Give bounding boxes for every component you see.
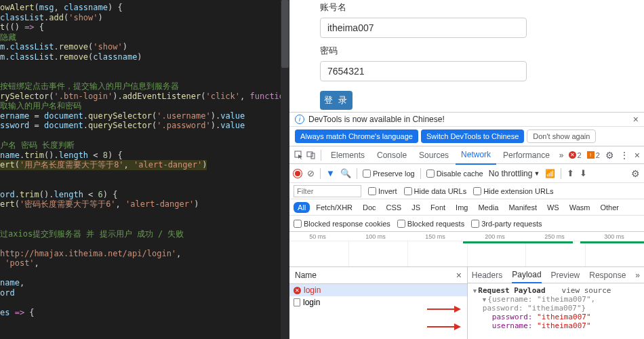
type-js[interactable]: JS: [407, 202, 424, 213]
device-icon[interactable]: [306, 150, 317, 161]
hide-ext-urls-checkbox[interactable]: Hide extension URLs: [473, 187, 553, 195]
triangle-icon[interactable]: ▼: [473, 287, 477, 294]
request-detail: Headers Payload Preview Response » ▼Requ…: [468, 267, 644, 339]
request-payload-title: Request Payload: [478, 286, 545, 295]
dtab-preview[interactable]: Preview: [551, 268, 580, 283]
annotation-arrow: [427, 306, 461, 312]
disable-cache-checkbox[interactable]: Disable cache: [426, 170, 483, 178]
devtools-main-tabs: Elements Console Sources Network Perform…: [289, 146, 644, 164]
annotation-arrow: [427, 324, 461, 330]
search-icon[interactable]: 🔍: [340, 168, 351, 178]
devtools-infobar: i DevTools is now available in Chinese! …: [289, 113, 644, 127]
username-value: "itheima007": [537, 321, 590, 330]
error-badge[interactable]: ✕2: [569, 151, 582, 159]
hide-data-urls-checkbox[interactable]: Hide data URLs: [404, 187, 467, 195]
close-detail-icon[interactable]: ×: [456, 270, 462, 281]
dtabs-more-icon[interactable]: »: [635, 271, 640, 280]
preserve-log-checkbox[interactable]: Preserve log: [363, 170, 415, 178]
clear-icon[interactable]: ⊘: [307, 168, 315, 178]
dtab-response[interactable]: Response: [589, 268, 626, 283]
close-icon[interactable]: ×: [633, 114, 639, 125]
network-gear-icon[interactable]: ⚙: [631, 168, 640, 179]
network-toolbar: ⊘ ▼ 🔍 Preserve log Disable cache No thro…: [289, 164, 644, 183]
tick: 50 ms: [309, 233, 326, 241]
network-timeline[interactable]: 50 ms 100 ms 150 ms 200 ms 250 ms 300 ms: [289, 232, 644, 267]
password-input[interactable]: [320, 61, 527, 81]
devtools-close-icon[interactable]: ×: [635, 150, 640, 161]
tick: 150 ms: [425, 233, 445, 241]
blocked-row: Blocked response cookies Blocked request…: [289, 216, 644, 232]
warning-badge[interactable]: !2: [587, 151, 600, 159]
type-wasm[interactable]: Wasm: [565, 202, 595, 213]
username-input[interactable]: [320, 18, 527, 38]
type-img[interactable]: Img: [451, 202, 472, 213]
info-icon: i: [295, 115, 304, 124]
third-party-checkbox[interactable]: 3rd-party requests: [471, 220, 542, 228]
blocked-requests-checkbox[interactable]: Blocked requests: [397, 220, 464, 228]
tick: 250 ms: [544, 233, 565, 241]
upload-icon[interactable]: ⬆: [567, 168, 574, 178]
type-doc[interactable]: Doc: [359, 202, 380, 213]
tick: 200 ms: [485, 233, 505, 241]
type-ws[interactable]: WS: [543, 202, 563, 213]
request-list-header: Name ×: [289, 267, 467, 284]
filter-row: Invert Hide data URLs Hide extension URL…: [289, 183, 644, 199]
type-media[interactable]: Media: [474, 202, 502, 213]
tick: 100 ms: [365, 233, 386, 241]
request-row-login-error[interactable]: ✕ login: [289, 284, 467, 296]
code-editor[interactable]: owAlert(msg, classname) { classList.add(…: [0, 0, 289, 339]
name-header: Name: [295, 271, 317, 280]
type-other[interactable]: Other: [596, 202, 623, 213]
wifi-icon[interactable]: 📶: [545, 169, 555, 178]
dtab-payload[interactable]: Payload: [512, 267, 541, 283]
dtab-headers[interactable]: Headers: [472, 268, 502, 283]
obj-summary: {username: "itheima007", password: "ithe…: [483, 295, 595, 313]
filter-icon[interactable]: ▼: [326, 168, 335, 178]
svg-rect-1: [307, 152, 313, 157]
scrollbar-v[interactable]: [281, 0, 289, 339]
tab-console[interactable]: Console: [371, 146, 412, 164]
type-manifest[interactable]: Manifest: [504, 202, 541, 213]
type-filters: All Fetch/XHR Doc CSS JS Font Img Media …: [289, 199, 644, 216]
tabs-more-icon[interactable]: »: [557, 151, 567, 160]
info-text: DevTools is now available in Chinese!: [308, 115, 445, 124]
devtools: i DevTools is now available in Chinese! …: [289, 112, 644, 339]
switch-language-button[interactable]: Switch DevTools to Chinese: [421, 129, 524, 143]
inspect-icon[interactable]: [294, 150, 304, 161]
throttle-select[interactable]: No throttling ▼: [489, 169, 540, 178]
tab-elements[interactable]: Elements: [325, 146, 370, 164]
record-button[interactable]: [294, 170, 302, 178]
devtools-infobar-buttons: Always match Chrome's language Switch De…: [289, 127, 644, 146]
tab-performance[interactable]: Performance: [498, 146, 555, 164]
type-all[interactable]: All: [294, 202, 310, 213]
always-match-button[interactable]: Always match Chrome's language: [295, 129, 418, 143]
view-source-link[interactable]: view source: [562, 286, 611, 295]
login-button[interactable]: 登 录: [320, 91, 353, 110]
tab-sources[interactable]: Sources: [414, 146, 454, 164]
blocked-cookies-checkbox[interactable]: Blocked response cookies: [294, 220, 390, 228]
tick: 300 ms: [604, 233, 624, 241]
type-fetch-xhr[interactable]: Fetch/XHR: [312, 202, 357, 213]
request-name: login: [303, 298, 320, 307]
triangle-icon[interactable]: ▼: [483, 296, 486, 303]
invert-checkbox[interactable]: Invert: [368, 187, 397, 195]
request-name: login: [304, 285, 321, 295]
filter-input[interactable]: [294, 185, 361, 197]
code-content: owAlert(msg, classname) { classList.add(…: [0, 0, 285, 320]
detail-tabs: Headers Payload Preview Response »: [468, 267, 644, 283]
password-key: password:: [492, 313, 533, 321]
username-key: username:: [492, 321, 533, 330]
download-icon[interactable]: ⬇: [580, 168, 587, 178]
gear-icon[interactable]: ⚙: [605, 150, 614, 161]
password-value: "itheima007": [537, 313, 590, 321]
more-vertical-icon[interactable]: ⋮: [620, 150, 629, 161]
error-status-icon: ✕: [294, 287, 301, 294]
doc-status-icon: [294, 298, 300, 306]
username-label: 账号名: [320, 1, 613, 14]
dont-show-button[interactable]: Don't show again: [527, 129, 596, 143]
tab-network[interactable]: Network: [456, 146, 496, 165]
password-label: 密码: [320, 45, 613, 57]
type-css[interactable]: CSS: [382, 202, 406, 213]
login-form: 账号名 密码 登 录: [289, 0, 644, 112]
type-font[interactable]: Font: [426, 202, 449, 213]
